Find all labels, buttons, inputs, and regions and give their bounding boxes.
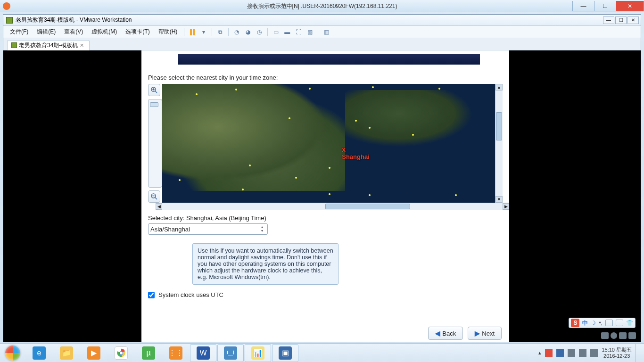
map-zoom-in-button[interactable] (148, 84, 160, 96)
vm-device-hdd-icon[interactable] (601, 332, 609, 339)
windows-taskbar: e 📁 ▶ µ ⋮⋮ W 🖵 📊 ▣ ▴ 15:10 星期五 2016-12-2… (0, 343, 644, 362)
remote-titlebar: 接收演示或示范中[N] .USER-20160920FW(192.168.11.… (0, 0, 644, 12)
toolbar-unity-button[interactable]: ▧ (305, 27, 315, 37)
toolbar-fullscreen-button[interactable]: ⛶ (293, 27, 304, 37)
ime-punct-icon[interactable]: •, (599, 320, 603, 326)
map-zoom-slider[interactable] (148, 99, 162, 188)
system-clock-utc-checkbox[interactable] (148, 292, 155, 298)
vmware-menubar: 文件(F) 编辑(E) 查看(V) 虚拟机(M) 选项卡(T) 帮助(H) ▾ … (3, 26, 641, 38)
timezone-combobox[interactable]: Asia/Shanghai ▴▾ (148, 223, 268, 235)
timezone-map[interactable]: xShanghai (162, 84, 495, 203)
tray-battery-icon[interactable] (590, 349, 598, 357)
vm-tab-close-icon[interactable]: ✕ (80, 42, 85, 48)
vm-device-net-icon[interactable] (619, 332, 627, 339)
taskbar-word-button[interactable]: W (190, 344, 216, 362)
toolbar-send-ctrl-alt-del-button[interactable]: ⧉ (215, 27, 225, 37)
timezone-prompt: Please select the nearest city in your t… (148, 74, 509, 81)
tray-chevron-icon[interactable]: ▴ (538, 350, 541, 356)
sogou-ime-icon[interactable]: S (571, 319, 579, 327)
svg-line-1 (155, 91, 157, 93)
tray-network-icon[interactable] (568, 349, 575, 357)
toolbar-snapshot-button[interactable]: ◔ (231, 27, 242, 37)
toolbar-pause-button[interactable] (187, 27, 198, 37)
taskbar-ie-button[interactable]: e (26, 344, 52, 362)
back-button[interactable]: ◀Back (428, 327, 463, 340)
utc-tooltip: Use this if you want to automatically sw… (192, 243, 339, 285)
svg-point-9 (120, 351, 123, 354)
vmware-titlebar: 老男孩教育34期-模版机 - VMware Workstation — ☐ ✕ (3, 15, 641, 26)
windows-logo-icon (5, 346, 20, 361)
tray-shield-icon[interactable] (556, 349, 564, 357)
vmware-title: 老男孩教育34期-模版机 - VMware Workstation (16, 16, 132, 24)
selected-city-marker: xShanghai (342, 146, 370, 160)
start-button[interactable] (0, 344, 25, 362)
installer-header-bar (178, 54, 480, 65)
vmware-maximize-button[interactable]: ☐ (615, 16, 627, 24)
combobox-spinner-icon[interactable]: ▴▾ (259, 225, 265, 233)
timezone-value: Asia/Shanghai (150, 226, 190, 233)
ime-skin-icon[interactable]: 👕 (626, 320, 633, 326)
installer-panel: Please select the nearest city in your t… (141, 50, 509, 342)
vm-display[interactable]: Please select the nearest city in your t… (3, 50, 641, 342)
map-zoom-out-button[interactable] (148, 190, 160, 203)
toolbar-power-dropdown[interactable]: ▾ (198, 27, 209, 37)
svg-line-5 (155, 197, 157, 200)
ime-language-indicator[interactable]: 中 (582, 319, 588, 327)
taskbar-remote-button[interactable]: 🖵 (217, 344, 244, 362)
map-horizontal-scrollbar[interactable]: ◀ ▶ (141, 203, 509, 210)
menu-vm[interactable]: 虚拟机(M) (88, 26, 121, 37)
selected-city-label: Selected city: Shanghai, Asia (Beijing T… (148, 214, 509, 222)
vm-tab[interactable]: 老男孩教育34期-模版机 ✕ (7, 40, 90, 50)
taskbar-chrome-button[interactable] (108, 344, 134, 362)
ime-softkeyboard-icon[interactable] (605, 320, 613, 326)
vmware-tabbar: 老男孩教育34期-模版机 ✕ (3, 38, 641, 50)
window-minimize-button[interactable]: — (572, 1, 594, 11)
tray-volume-icon[interactable] (579, 349, 586, 357)
next-button[interactable]: ▶Next (468, 327, 502, 340)
toolbar-view-console-button[interactable]: ▬ (282, 27, 292, 37)
show-desktop-button[interactable] (636, 344, 640, 362)
toolbar-snapshot-manager-button[interactable]: ◷ (254, 27, 264, 37)
menu-edit[interactable]: 编辑(E) (33, 26, 59, 37)
taskbar-explorer-button[interactable]: 📁 (53, 344, 80, 362)
remote-app-icon (3, 2, 10, 10)
ime-settings-icon[interactable] (616, 320, 623, 326)
toolbar-view-single-button[interactable]: ▭ (271, 27, 281, 37)
remote-title: 接收演示或示范中[N] .USER-20160920FW(192.168.11.… (247, 2, 397, 10)
window-close-button[interactable]: ✕ (616, 1, 644, 11)
taskbar-app-orange-button[interactable]: ⋮⋮ (163, 344, 189, 362)
map-vertical-scrollbar[interactable]: ▲ ▼ (495, 84, 503, 203)
taskbar-mediaplayer-button[interactable]: ▶ (81, 344, 107, 362)
vm-tab-icon (11, 42, 17, 48)
vmware-close-button[interactable]: ✕ (627, 16, 639, 24)
toolbar-snapshot-revert-button[interactable]: ◕ (243, 27, 253, 37)
taskbar-vmware-button[interactable]: ▣ (272, 344, 298, 362)
menu-view[interactable]: 查看(V) (60, 26, 87, 37)
window-maximize-button[interactable]: ☐ (594, 1, 616, 11)
vmware-icon (6, 17, 13, 24)
taskbar-notes-button[interactable]: 📊 (245, 344, 271, 362)
vm-tab-label: 老男孩教育34期-模版机 (19, 41, 78, 49)
tray-clock[interactable]: 15:10 星期五 2016-12-23 (602, 347, 632, 359)
system-clock-utc-label: System clock uses UTC (158, 291, 223, 298)
tray-flag-icon[interactable] (545, 349, 553, 357)
system-tray: ▴ 15:10 星期五 2016-12-23 (538, 344, 644, 362)
vmware-window: 老男孩教育34期-模版机 - VMware Workstation — ☐ ✕ … (3, 14, 641, 342)
menu-help[interactable]: 帮助(H) (155, 26, 182, 37)
ime-toolbar[interactable]: S 中 ☽ •, 👕 (569, 318, 636, 328)
toolbar-library-button[interactable]: ▥ (321, 27, 331, 37)
taskbar-utorrent-button[interactable]: µ (135, 344, 162, 362)
vm-device-usb-icon[interactable] (628, 332, 636, 339)
menu-tabs[interactable]: 选项卡(T) (122, 26, 153, 37)
vmware-minimize-button[interactable]: — (603, 16, 614, 24)
ime-moon-icon[interactable]: ☽ (591, 320, 596, 326)
vm-device-cd-icon[interactable] (611, 332, 617, 339)
menu-file[interactable]: 文件(F) (6, 26, 32, 37)
